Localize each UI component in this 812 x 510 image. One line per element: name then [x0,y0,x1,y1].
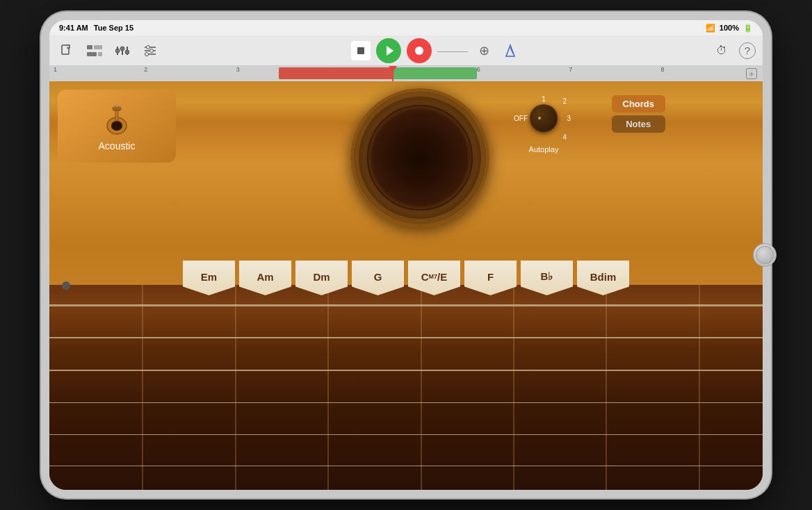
time-display-button[interactable]: ⏱ [711,40,732,61]
string-6 [49,466,763,466]
chord-buttons-row: Em Am Dm G CM7/E F B♭ Bdim [49,261,763,295]
string-2 [49,337,763,338]
playhead[interactable] [392,66,393,81]
svg-rect-2 [94,45,102,49]
fret-line-1 [142,285,143,490]
chord-notes-buttons: Chords Notes [612,95,666,133]
instrument-label: Acoustic [99,140,136,151]
autoplay-area: 1 2 3 4 OFF Autoplay [519,94,568,154]
battery-icon: 🔋 [743,24,753,33]
stop-icon [357,47,364,54]
fretboard[interactable] [49,285,763,490]
record-icon [415,47,423,55]
play-icon [387,46,393,56]
add-track-button[interactable]: + [746,68,757,79]
chord-em[interactable]: Em [183,261,235,295]
autoplay-knob[interactable] [530,104,558,132]
fret-line-3 [327,285,329,490]
record-button[interactable] [407,38,432,63]
knob-label-2: 2 [562,97,567,105]
svg-rect-3 [87,52,97,56]
timeline-region-red [279,67,392,79]
timeline-tick-6: 6 [477,66,480,73]
stop-button[interactable] [351,41,371,60]
chord-bb[interactable]: B♭ [521,261,573,295]
svg-point-14 [147,45,150,49]
ipad-screen: 9:41 AM Tue Sep 15 📶 100% 🔋 [49,20,763,490]
chord-cm7e[interactable]: CM7/E [408,261,460,295]
string-3 [49,370,763,371]
svg-marker-17 [506,45,514,56]
timeline-tick-7: 7 [569,66,572,73]
controls-button[interactable] [140,40,161,61]
chord-dm[interactable]: Dm [295,261,348,295]
volume-slider: ———— [437,47,468,55]
string-5 [49,434,763,435]
play-button[interactable] [376,38,401,63]
timeline-tick-3: 3 [236,66,240,73]
svg-rect-1 [87,45,92,49]
svg-rect-4 [98,52,102,56]
chord-bdim[interactable]: Bdim [577,261,629,295]
svg-point-9 [120,47,124,51]
fret-line-5 [513,285,514,490]
notes-button[interactable]: Notes [612,115,666,133]
chord-f[interactable]: F [464,261,517,295]
knob-label-3: 3 [567,115,571,122]
fret-line-2 [235,285,236,490]
soundhole-outer [350,88,489,227]
new-song-button[interactable] [56,40,77,61]
timeline-ruler[interactable]: 1 2 3 4 5 6 7 8 + [49,66,763,81]
mixer-button[interactable] [112,40,133,61]
svg-point-8 [115,49,120,53]
guitar-soundhole [350,88,489,227]
fret-line-7 [699,285,700,490]
string-4 [49,402,763,403]
guitar-interface: Acoustic 1 2 3 4 OFF [49,81,763,490]
toolbar: ———— ⊕ ⏱ ? [49,35,763,66]
svg-point-15 [150,49,154,52]
string-1 [49,304,763,306]
autoplay-label: Autoplay [529,145,559,154]
battery-indicator: 100% [720,24,739,32]
knob-container: 1 2 3 4 OFF [519,94,568,142]
timeline-tick-2: 2 [144,66,147,73]
help-button[interactable]: ? [739,42,756,59]
knob-label-off: OFF [514,115,528,122]
knob-label-1: 1 [542,95,546,103]
wifi-icon: 📶 [706,24,715,33]
fret-line-6 [606,285,607,490]
timeline-tick-8: 8 [660,66,664,73]
tracks-button[interactable] [84,40,105,61]
metronome-button[interactable] [500,40,521,61]
ipad-frame: 9:41 AM Tue Sep 15 📶 100% 🔋 [41,12,771,498]
chord-am[interactable]: Am [239,261,291,295]
knob-label-4: 4 [562,133,567,141]
chords-button[interactable]: Chords [612,95,666,113]
soundhole-inner [367,105,473,211]
svg-point-16 [145,52,149,56]
instrument-tile[interactable]: Acoustic [58,90,176,163]
status-date: Tue Sep 15 [94,24,133,32]
status-bar: 9:41 AM Tue Sep 15 📶 100% 🔋 [49,20,763,35]
loop-button[interactable]: ⊕ [473,40,494,61]
svg-point-10 [125,50,129,54]
timeline-tick-1: 1 [54,66,57,73]
svg-point-20 [111,121,122,131]
fret-line-4 [421,285,422,490]
chord-g[interactable]: G [352,261,404,295]
guitar-icon [99,101,134,136]
status-time: 9:41 AM [59,24,88,32]
